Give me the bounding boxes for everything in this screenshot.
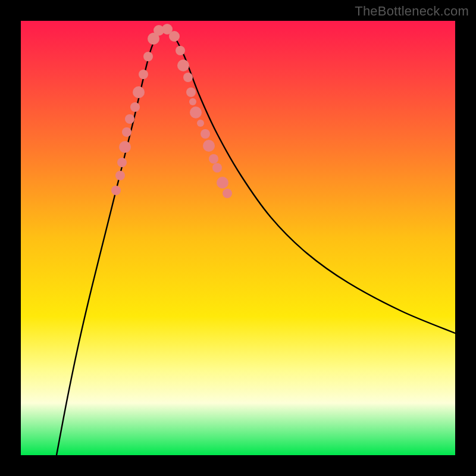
bead xyxy=(217,177,228,189)
bead xyxy=(111,186,121,195)
bead xyxy=(201,129,210,139)
bead xyxy=(183,73,193,82)
bead xyxy=(139,70,148,79)
bead xyxy=(176,46,185,55)
bead xyxy=(177,60,189,71)
bead xyxy=(133,86,145,98)
curve-layer xyxy=(57,29,455,455)
bead xyxy=(130,102,140,112)
bead xyxy=(212,163,222,173)
beads-layer xyxy=(111,24,232,198)
bead xyxy=(186,87,196,97)
bead xyxy=(197,120,204,127)
bead xyxy=(115,171,125,180)
bead xyxy=(122,127,131,137)
bead xyxy=(203,140,215,152)
bead xyxy=(209,154,218,164)
bottleneck-curve xyxy=(57,29,455,455)
bead xyxy=(189,98,196,105)
bottleneck-curve-svg xyxy=(21,21,455,455)
bead xyxy=(125,114,134,124)
chart-frame: TheBottleneck.com xyxy=(0,0,476,476)
bead xyxy=(169,31,180,42)
bead xyxy=(190,107,202,118)
bead xyxy=(143,52,153,61)
bead xyxy=(119,141,131,153)
bead xyxy=(117,158,127,167)
watermark-text: TheBottleneck.com xyxy=(355,4,469,19)
plot-area xyxy=(21,21,455,455)
bead xyxy=(223,189,232,198)
